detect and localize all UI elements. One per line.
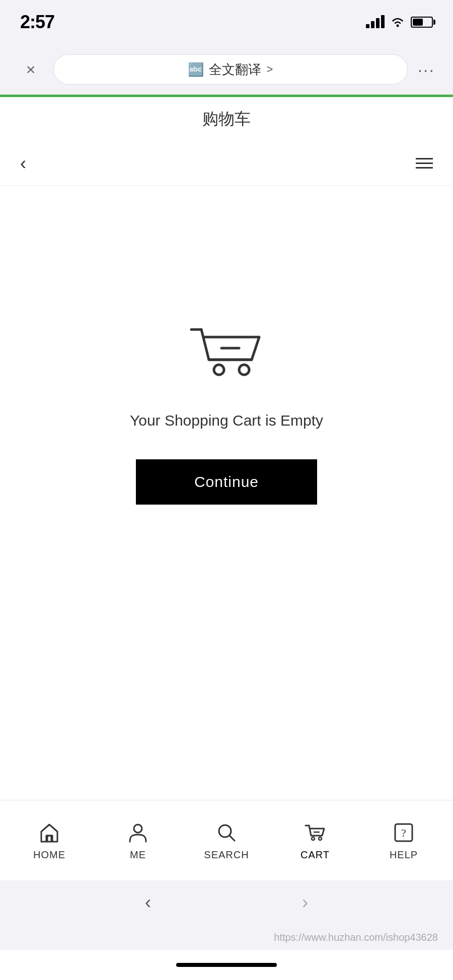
browser-forward-button[interactable]: › [302, 892, 308, 913]
status-icons [366, 16, 433, 28]
svg-line-10 [230, 836, 235, 841]
help-icon: ? [391, 820, 416, 845]
page-title: 购物车 [202, 108, 251, 130]
shopping-cart-icon [186, 319, 267, 390]
url-text: https://www.huzhan.com/ishop43628 [274, 932, 438, 943]
menu-line-2 [416, 162, 433, 164]
page-title-bar: 购物车 [0, 97, 453, 141]
svg-point-5 [239, 365, 249, 375]
more-button[interactable]: ··· [418, 60, 435, 79]
signal-icon [366, 16, 385, 28]
wifi-icon [391, 17, 405, 27]
browser-navigation: ‹ › [0, 880, 453, 925]
browser-bar: × 🔤 全文翻译 > ··· [0, 44, 453, 95]
browser-back-button[interactable]: ‹ [145, 892, 151, 913]
translate-label: 全文翻译 [209, 61, 261, 78]
nav-bar: ‹ [0, 141, 453, 186]
search-label: SEARCH [204, 849, 249, 861]
home-indicator [0, 950, 453, 980]
nav-item-home[interactable]: HOME [5, 820, 94, 861]
url-bar: https://www.huzhan.com/ishop43628 [0, 925, 453, 950]
back-button[interactable]: ‹ [20, 153, 26, 174]
continue-button[interactable]: Continue [136, 459, 317, 505]
nav-item-help[interactable]: ? HELP [359, 820, 448, 861]
home-icon [37, 820, 62, 845]
help-label: HELP [390, 849, 418, 861]
svg-point-0 [397, 25, 399, 27]
person-icon [125, 820, 150, 845]
svg-point-8 [134, 825, 142, 833]
svg-point-13 [319, 837, 322, 840]
svg-point-4 [214, 365, 224, 375]
empty-cart-illustration [186, 319, 267, 392]
menu-button[interactable] [416, 158, 433, 169]
search-icon [214, 820, 239, 845]
translate-icon: 🔤 [188, 62, 204, 77]
translate-arrow-icon: > [266, 63, 273, 76]
content-spacer [0, 638, 453, 800]
nav-item-me[interactable]: ME [94, 820, 182, 861]
cart-label: CART [300, 849, 330, 861]
svg-text:?: ? [401, 827, 406, 839]
close-button[interactable]: × [18, 60, 43, 79]
home-indicator-bar [176, 963, 277, 967]
empty-cart-message: Your Shopping Cart is Empty [130, 412, 323, 429]
status-time: 2:57 [20, 12, 54, 33]
svg-rect-6 [47, 836, 51, 842]
cart-icon [303, 820, 328, 845]
battery-icon [411, 17, 433, 28]
translate-button[interactable]: 🔤 全文翻译 > [53, 54, 408, 85]
home-label: HOME [33, 849, 65, 861]
nav-item-search[interactable]: SEARCH [182, 820, 271, 861]
menu-line-1 [416, 158, 433, 159]
menu-line-3 [416, 167, 433, 169]
svg-point-12 [312, 837, 315, 840]
status-bar: 2:57 [0, 0, 453, 44]
me-label: ME [130, 849, 146, 861]
main-content: Your Shopping Cart is Empty Continue [0, 186, 453, 638]
nav-item-cart[interactable]: CART [271, 820, 359, 861]
bottom-nav: HOME ME SEARCH [0, 800, 453, 880]
